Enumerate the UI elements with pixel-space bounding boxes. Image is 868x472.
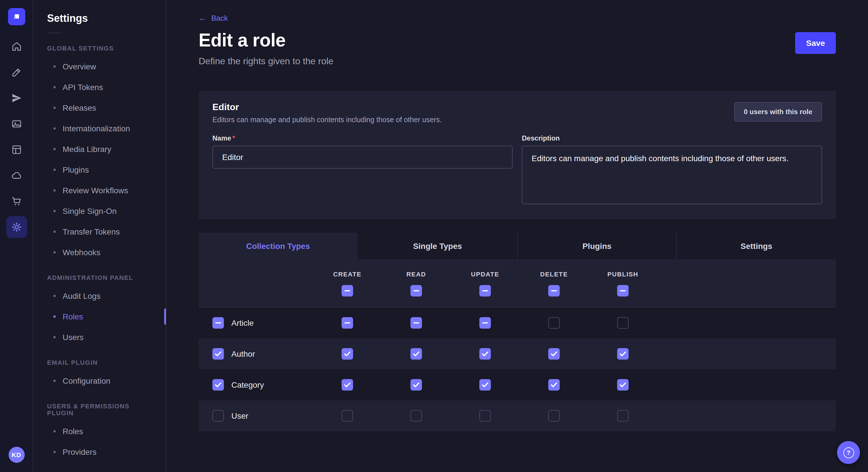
author-delete-checkbox[interactable] xyxy=(548,348,560,360)
article-create-checkbox[interactable] xyxy=(342,317,353,329)
sidebar-item-transfer-tokens[interactable]: Transfer Tokens xyxy=(33,222,166,242)
cloud-icon[interactable] xyxy=(6,165,27,187)
content-type-label: User xyxy=(231,411,248,420)
user-publish-checkbox[interactable] xyxy=(617,410,629,422)
row-label-cell: Author xyxy=(212,348,313,360)
select-row-author-checkbox[interactable] xyxy=(212,348,224,360)
sidebar-item-webhooks[interactable]: Webhooks xyxy=(33,242,166,263)
sidebar-item-label: Configuration xyxy=(63,376,111,385)
sidebar-item-label: Users xyxy=(63,333,84,342)
article-read-checkbox[interactable] xyxy=(410,317,422,329)
sidebar-item-label: Roles xyxy=(63,427,83,436)
sidebar-item-label: Media Library xyxy=(63,144,112,154)
strapi-logo[interactable] xyxy=(8,8,25,25)
category-update-checkbox[interactable] xyxy=(479,379,491,391)
sidebar-item-review-workflows[interactable]: Review Workflows xyxy=(33,180,166,201)
description-field-group: Description Editors can manage and publi… xyxy=(522,134,822,206)
description-textarea[interactable]: Editors can manage and publish contents … xyxy=(522,146,822,204)
category-create-checkbox[interactable] xyxy=(342,379,353,391)
author-read-checkbox[interactable] xyxy=(410,348,422,360)
content-type-builder-icon[interactable] xyxy=(6,61,27,83)
author-create-checkbox[interactable] xyxy=(342,348,353,360)
sidebar-item-roles[interactable]: Roles xyxy=(33,306,166,327)
users-with-role-button[interactable]: 0 users with this role xyxy=(734,102,822,122)
select-all-read-checkbox[interactable] xyxy=(410,285,422,297)
column-header-create: CREATE xyxy=(313,271,382,297)
bullet-icon xyxy=(53,148,56,150)
content-manager-icon[interactable] xyxy=(6,139,27,161)
sidebar-item-media-library[interactable]: Media Library xyxy=(33,139,166,160)
bullet-icon xyxy=(53,169,56,171)
author-update-checkbox[interactable] xyxy=(479,348,491,360)
sidebar-item-label: API Tokens xyxy=(63,82,103,92)
select-all-update-checkbox[interactable] xyxy=(479,285,491,297)
settings-sidebar: Settings GLOBAL SETTINGSOverviewAPI Toke… xyxy=(33,0,166,472)
sidebar-item-releases[interactable]: Releases xyxy=(33,98,166,118)
permission-cell xyxy=(520,317,588,329)
column-header-read: READ xyxy=(382,271,451,297)
marketplace-icon[interactable] xyxy=(6,191,27,212)
main-content: ← Back Edit a role Define the rights giv… xyxy=(166,0,868,472)
user-read-checkbox[interactable] xyxy=(410,410,422,422)
tab-collection-types[interactable]: Collection Types xyxy=(198,233,358,259)
back-arrow-icon: ← xyxy=(198,14,207,22)
tab-settings[interactable]: Settings xyxy=(677,233,836,259)
bullet-icon xyxy=(53,380,56,382)
indeterminate-dash-icon xyxy=(344,290,350,291)
author-publish-checkbox[interactable] xyxy=(617,348,629,360)
home-icon[interactable] xyxy=(6,36,27,57)
sidebar-item-single-sign-on[interactable]: Single Sign-On xyxy=(33,201,166,222)
tab-single-types[interactable]: Single Types xyxy=(358,233,517,259)
category-publish-checkbox[interactable] xyxy=(617,379,629,391)
bullet-icon xyxy=(53,451,56,453)
sidebar-item-roles[interactable]: Roles xyxy=(33,421,166,442)
select-all-delete-checkbox[interactable] xyxy=(548,285,560,297)
category-read-checkbox[interactable] xyxy=(410,379,422,391)
indeterminate-dash-icon xyxy=(620,290,626,291)
sidebar-item-internationalization[interactable]: Internationalization xyxy=(33,118,166,139)
permission-cell xyxy=(588,379,657,391)
column-label: UPDATE xyxy=(471,271,499,278)
bullet-icon xyxy=(53,336,56,338)
sidebar-section-label-email-plugin: EMAIL PLUGIN xyxy=(47,359,152,366)
permissions-tabs: Collection TypesSingle TypesPluginsSetti… xyxy=(198,233,836,259)
save-button[interactable]: Save xyxy=(795,32,836,54)
column-header-delete: DELETE xyxy=(520,271,588,297)
sidebar-item-label: Review Workflows xyxy=(63,186,128,195)
sidebar-item-users[interactable]: Users xyxy=(33,327,166,347)
user-delete-checkbox[interactable] xyxy=(548,410,560,422)
sidebar-item-plugins[interactable]: Plugins xyxy=(33,160,166,180)
name-input[interactable] xyxy=(212,146,513,169)
select-row-user-checkbox[interactable] xyxy=(212,410,224,422)
user-avatar[interactable]: KD xyxy=(8,447,24,463)
media-library-icon[interactable] xyxy=(6,113,27,135)
settings-gear-icon[interactable] xyxy=(6,216,27,238)
permission-cell xyxy=(520,379,588,391)
article-delete-checkbox[interactable] xyxy=(548,317,560,329)
indeterminate-dash-icon xyxy=(344,322,350,324)
permission-cell xyxy=(451,317,520,329)
sidebar-item-audit-logs[interactable]: Audit Logs xyxy=(33,285,166,306)
article-update-checkbox[interactable] xyxy=(479,317,491,329)
category-delete-checkbox[interactable] xyxy=(548,379,560,391)
releases-icon[interactable] xyxy=(6,87,27,109)
sidebar-item-overview[interactable]: Overview xyxy=(33,56,166,77)
user-create-checkbox[interactable] xyxy=(342,410,353,422)
permission-cell xyxy=(313,379,382,391)
sidebar-item-configuration[interactable]: Configuration xyxy=(33,370,166,391)
back-link[interactable]: ← Back xyxy=(198,13,228,22)
user-update-checkbox[interactable] xyxy=(479,410,491,422)
sidebar-item-label: Internationalization xyxy=(63,124,130,133)
select-all-publish-checkbox[interactable] xyxy=(617,285,629,297)
select-all-create-checkbox[interactable] xyxy=(342,285,353,297)
page-title-block: Edit a role Define the rights given to t… xyxy=(198,30,334,67)
sidebar-item-api-tokens[interactable]: API Tokens xyxy=(33,77,166,98)
sidebar-item-providers[interactable]: Providers xyxy=(33,442,166,462)
tab-plugins[interactable]: Plugins xyxy=(517,233,677,259)
permission-cell xyxy=(313,410,382,422)
select-row-category-checkbox[interactable] xyxy=(212,379,224,391)
select-row-article-checkbox[interactable] xyxy=(212,317,224,329)
help-button[interactable]: ? xyxy=(837,441,860,464)
sidebar-item-label: Providers xyxy=(63,447,96,457)
article-publish-checkbox[interactable] xyxy=(617,317,629,329)
